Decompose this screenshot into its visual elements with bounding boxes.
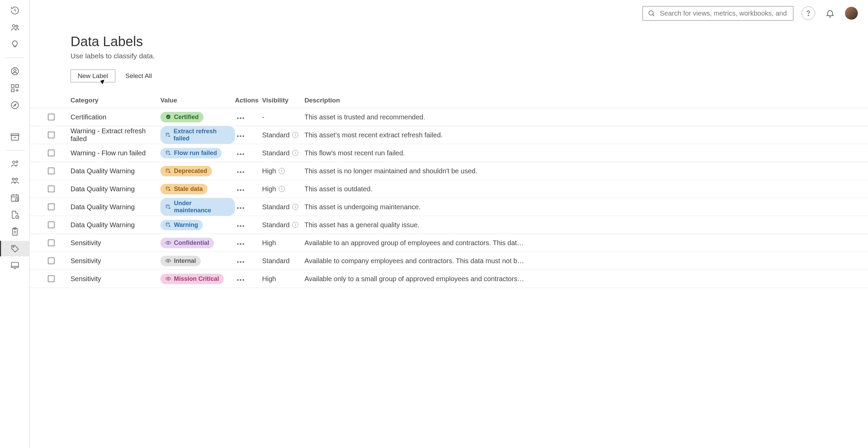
page-subtitle: Use labels to classify data. [71,52,868,60]
row-actions-menu[interactable] [235,205,246,211]
table-row: SensitivityInternalStandardAvailable to … [30,252,868,270]
row-actions-menu[interactable] [235,241,246,247]
help-button[interactable] [802,6,815,20]
row-checkbox[interactable] [48,257,55,264]
svg-point-9 [11,102,18,109]
table-row: Warning - Extract refresh failedExtract … [30,126,868,144]
row-description: This asset is no longer maintained and s… [304,167,525,175]
info-icon[interactable]: i [292,150,298,156]
row-visibility: Standardi [262,149,304,157]
row-visibility: Standardi [262,203,304,211]
col-category[interactable]: Category [71,97,160,104]
row-description: Available to company employees and contr… [304,257,525,265]
search-icon [648,9,655,17]
info-icon[interactable]: i [292,132,298,138]
row-actions-menu[interactable] [235,169,246,175]
row-category: Sensitivity [71,239,160,247]
info-icon[interactable]: i [292,204,298,210]
pill-text: Extract refresh failed [174,128,230,142]
row-category: Data Quality Warning [71,167,160,175]
row-category: Data Quality Warning [71,203,160,211]
table-row: Data Quality WarningWarningStandardiThis… [30,216,868,234]
row-checkbox[interactable] [48,168,55,174]
nav-compass-icon[interactable] [5,97,25,113]
row-visibility: Standard [262,257,304,265]
row-actions-menu[interactable] [235,151,246,157]
row-actions-menu[interactable] [235,223,246,229]
value-pill: Warning [160,220,203,230]
row-checkbox[interactable] [48,150,55,156]
row-visibility: High [262,239,304,247]
svg-point-34 [808,15,809,16]
row-actions-menu[interactable] [235,115,246,121]
notifications-button[interactable] [823,6,837,20]
row-checkbox[interactable] [48,275,55,282]
row-category: Warning - Extract refresh failed [71,127,160,143]
nav-labels-icon[interactable] [0,241,30,256]
col-description[interactable]: Description [304,97,525,104]
svg-rect-11 [11,135,18,140]
svg-point-28 [13,246,14,247]
nav-users-icon[interactable] [5,20,25,35]
nav-groups-icon[interactable] [5,173,25,189]
nav-monitor-icon[interactable] [5,258,25,273]
svg-rect-12 [11,134,19,136]
row-description: This flow's most recent run failed. [304,149,525,157]
info-icon[interactable]: i [292,222,298,228]
svg-rect-5 [16,85,18,87]
nav-grid-plus-icon[interactable] [5,80,25,96]
table-row: Warning - Flow run failedFlow run failed… [30,144,868,162]
nav-people-icon[interactable] [5,156,25,172]
row-checkbox[interactable] [48,132,55,138]
row-checkbox[interactable] [48,203,55,210]
row-visibility: - [262,113,304,121]
value-pill: Mission Critical [160,274,224,284]
search-input[interactable] [660,9,788,17]
nav-clipboard-icon[interactable] [5,224,25,239]
nav-archive-icon[interactable] [5,129,25,145]
svg-point-41 [167,242,169,244]
info-icon[interactable]: i [279,186,285,192]
row-actions-menu[interactable] [235,259,246,265]
row-description: Available to an approved group of employ… [304,239,525,247]
new-label-button[interactable]: New Label [71,70,115,82]
row-checkbox[interactable] [48,186,55,192]
row-description: This asset has a general quality issue. [304,221,525,229]
svg-point-1 [16,25,18,27]
svg-point-3 [14,69,16,72]
svg-point-16 [12,178,14,180]
svg-rect-6 [11,89,14,92]
svg-rect-4 [11,85,14,87]
col-visibility[interactable]: Visibility [262,97,304,104]
row-actions-menu[interactable] [235,133,246,139]
svg-point-17 [15,178,17,180]
row-actions-menu[interactable] [235,187,246,193]
svg-rect-29 [11,262,18,268]
pill-text: Certified [174,114,199,121]
pill-text: Mission Critical [174,275,219,283]
row-checkbox[interactable] [48,239,55,246]
svg-point-36 [166,151,169,152]
value-pill: Deprecated [160,166,212,176]
row-category: Sensitivity [71,257,160,265]
select-all-button[interactable]: Select All [125,72,152,80]
nav-file-clock-icon[interactable] [5,207,25,222]
row-checkbox[interactable] [48,114,55,120]
nav-history-icon[interactable] [5,3,25,18]
help-icon [804,8,813,18]
info-icon[interactable]: i [279,168,285,174]
pill-text: Flow run failed [174,150,217,157]
user-avatar[interactable] [845,7,858,20]
global-search[interactable] [643,6,793,21]
col-value[interactable]: Value [160,97,235,104]
nav-bulb-icon[interactable] [5,37,25,52]
svg-point-38 [166,187,169,188]
table-header: Category Value Actions Visibility Descri… [30,93,868,108]
row-actions-menu[interactable] [235,277,246,283]
row-category: Data Quality Warning [71,221,160,229]
nav-schedule-icon[interactable] [5,190,25,206]
col-actions[interactable]: Actions [235,97,262,104]
row-checkbox[interactable] [48,221,55,228]
nav-user-icon[interactable] [5,63,25,79]
value-pill: Flow run failed [160,148,222,158]
